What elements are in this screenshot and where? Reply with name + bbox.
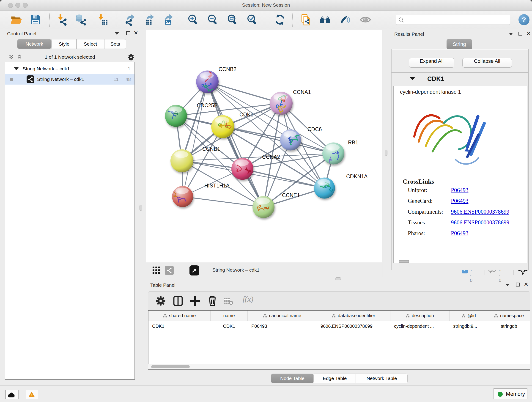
column-type-icon (406, 314, 410, 317)
import-network-button[interactable] (56, 14, 68, 26)
control-panel-float-icon[interactable] (126, 31, 130, 35)
table-panel-float-icon[interactable] (516, 283, 520, 287)
show-graphics-details-button[interactable] (360, 14, 371, 26)
results-panel-close-icon[interactable]: ✕ (526, 32, 531, 35)
eye-icon (360, 14, 371, 26)
open-in-window-icon[interactable] (190, 265, 199, 275)
column-header-id[interactable]: @id (450, 311, 488, 321)
show-columns-icon[interactable] (172, 295, 184, 306)
zoom-out-button[interactable] (207, 14, 219, 26)
add-column-icon[interactable] (190, 295, 201, 306)
edge-CCNA2-CDKN1A[interactable] (242, 169, 324, 188)
node-label-CCNB2: CCNB2 (219, 66, 236, 72)
table-options-gear-icon[interactable] (155, 295, 166, 306)
cloud-status-button[interactable] (5, 390, 19, 399)
birds-eye-grid-icon[interactable] (152, 266, 160, 274)
delete-table-icon[interactable] (223, 295, 234, 306)
zoom-selected-button[interactable] (246, 14, 258, 26)
column-header-namespace[interactable]: namespace (488, 311, 530, 321)
crosslink-link[interactable]: P06493 (451, 230, 468, 236)
node-CDKN1A[interactable]: CDKN1A (314, 173, 368, 199)
network-options-gear-icon[interactable] (127, 53, 135, 61)
tab-string-results[interactable]: String (447, 39, 472, 49)
tab-select[interactable]: Select (76, 39, 104, 49)
node-HIST1H1A[interactable]: HIST1H1A (172, 183, 230, 207)
crosslink-link[interactable]: P06493 (451, 198, 468, 204)
tab-style[interactable]: Style (51, 39, 76, 49)
export-table-button[interactable] (145, 14, 157, 26)
tab-edge-table[interactable]: Edge Table (314, 374, 356, 383)
save-session-button[interactable] (30, 14, 41, 26)
tab-sets[interactable]: Sets (104, 39, 126, 49)
edge-CCNB2-CCNA1[interactable] (207, 82, 281, 103)
column-header-database-identifier[interactable]: database identifier (317, 311, 390, 321)
network-canvas[interactable]: CCNB2CCNA1CDC25BCDK1CDC6RB1CCNB1CCNA2CDK… (146, 30, 382, 262)
apply-layout-button[interactable] (274, 14, 286, 26)
node-CCNA1[interactable]: CCNA1 (270, 89, 311, 115)
node-CCNE1[interactable]: CCNE1 (253, 192, 300, 218)
right-splitter-handle[interactable] (385, 150, 387, 156)
control-panel-menu-icon[interactable] (115, 32, 119, 35)
results-panel-menu-icon[interactable] (509, 33, 513, 35)
delete-column-icon[interactable] (207, 295, 218, 306)
crosslink-link[interactable]: P06493 (451, 187, 468, 193)
node-CDK1[interactable]: CDK1 (211, 112, 253, 138)
node-RB1[interactable]: RB1 (322, 140, 358, 166)
zoom-out-icon (207, 14, 219, 26)
column-type-icon (263, 314, 267, 317)
table-horizontal-scrollbar (148, 364, 530, 369)
string-home-button[interactable] (319, 14, 331, 26)
app-window: Session: New Session (0, 0, 532, 402)
network-collection-row[interactable]: String Network – cdk1 1 (5, 64, 134, 74)
tab-node-table[interactable]: Node Table (271, 374, 314, 383)
expand-all-button[interactable]: Expand All (409, 58, 454, 68)
table-row[interactable]: CDK1 CDK1 P06493 9606.ENSP00000378699 cy… (148, 321, 530, 332)
export-network-button[interactable] (125, 14, 137, 26)
network-graph[interactable]: CCNB2CCNA1CDC25BCDK1CDC6RB1CCNB1CCNA2CDK… (146, 30, 383, 262)
column-header-shared-name[interactable]: shared name (148, 311, 210, 321)
status-bar: Memory (0, 385, 532, 402)
collapse-all-button[interactable]: Collapse All (462, 58, 512, 68)
edge-HIST1H1A-CCNE1[interactable] (183, 197, 264, 207)
table-panel-close-icon[interactable]: ✕ (524, 282, 528, 286)
toggle-glass-effect-button[interactable] (339, 14, 351, 26)
tab-network[interactable]: Network (17, 39, 51, 49)
tab-network-table[interactable]: Network Table (356, 374, 408, 383)
control-panel-close-icon[interactable]: ✕ (133, 31, 138, 35)
warnings-button[interactable] (25, 390, 38, 399)
open-session-button[interactable] (10, 14, 22, 26)
edge-CCNB2-HIST1H1A[interactable] (183, 82, 207, 197)
search-input[interactable] (406, 15, 507, 24)
gene-collapse-icon[interactable] (410, 77, 415, 80)
help-button[interactable]: ? (519, 14, 530, 25)
zoom-fit-button[interactable] (227, 14, 239, 26)
function-builder-icon[interactable]: f(x) (243, 295, 253, 303)
export-image-button[interactable] (163, 14, 175, 26)
string-settings-icon[interactable] (165, 266, 174, 275)
scrollbar-thumb[interactable] (151, 365, 190, 368)
crosslink-link[interactable]: 9606.ENSP00000378699 (451, 209, 509, 215)
zoom-in-button[interactable] (187, 14, 199, 26)
left-splitter-handle[interactable] (139, 205, 142, 211)
bottom-splitter-handle[interactable] (335, 277, 341, 280)
table-panel-title: Table Panel (150, 282, 176, 288)
column-header-description[interactable]: description (390, 311, 450, 321)
network-row[interactable]: String Network – cdk1 11 48 (5, 74, 134, 85)
gene-section-header[interactable]: CDK1 (392, 73, 528, 85)
results-toolbar-box: Expand All Collapse All (391, 49, 529, 72)
results-panel-float-icon[interactable] (519, 32, 522, 36)
crosslink-link[interactable]: 9606.ENSP00000378699 (451, 219, 509, 226)
memory-button[interactable]: Memory (494, 388, 527, 399)
import-network-from-database-button[interactable] (75, 14, 87, 26)
import-table-button[interactable] (96, 14, 108, 26)
collection-count: 1 (128, 66, 130, 71)
column-header-name[interactable]: name (210, 311, 248, 321)
table-panel-menu-icon[interactable] (505, 284, 510, 286)
column-header-canonical-name[interactable]: canonical name (248, 311, 317, 321)
collection-collapse-icon[interactable] (14, 67, 19, 70)
clone-network-button[interactable] (300, 14, 312, 26)
card-scrollbar-fragment[interactable] (399, 260, 409, 263)
cell-shared-name: CDK1 (148, 324, 210, 329)
node-label-CCNA2: CCNA2 (262, 154, 280, 160)
node-CDC6[interactable]: CDC6 (280, 126, 322, 151)
